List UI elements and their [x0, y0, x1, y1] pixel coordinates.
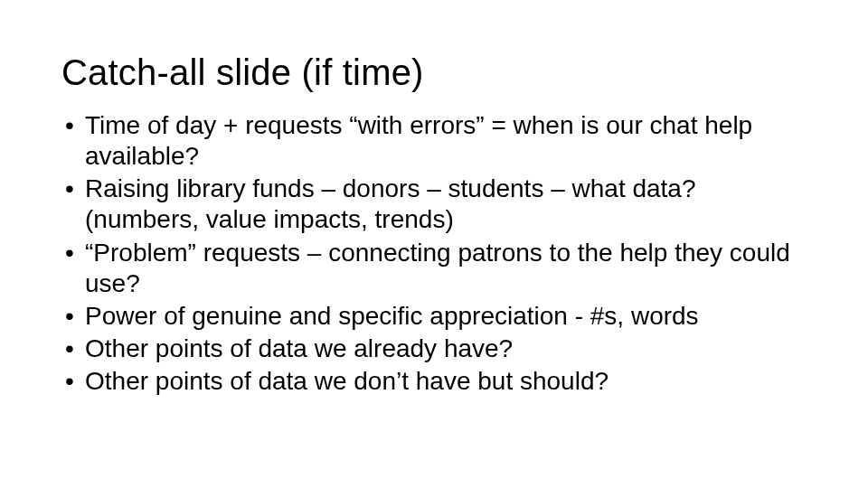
list-item: Raising library funds – donors – student…: [61, 174, 807, 235]
list-item: Time of day + requests “with errors” = w…: [61, 110, 807, 172]
slide-title: Catch-all slide (if time): [61, 52, 807, 92]
list-item: Power of genuine and specific appreciati…: [61, 301, 807, 332]
bullet-list: Time of day + requests “with errors” = w…: [61, 110, 807, 397]
list-item: Other points of data we don’t have but s…: [61, 366, 807, 397]
slide: Catch-all slide (if time) Time of day + …: [0, 0, 868, 488]
list-item: “Problem” requests – connecting patrons …: [61, 238, 807, 299]
list-item: Other points of data we already have?: [61, 333, 807, 364]
